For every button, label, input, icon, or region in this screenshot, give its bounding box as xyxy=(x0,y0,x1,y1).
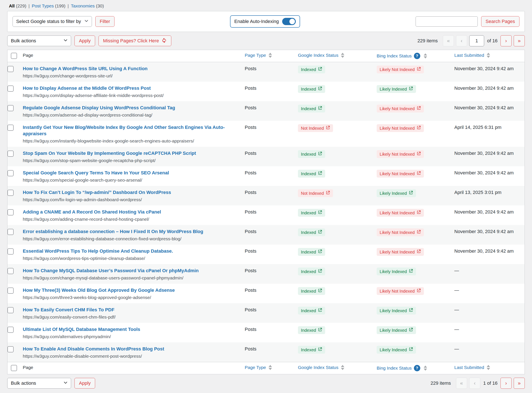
first-page-button[interactable]: « xyxy=(443,35,454,46)
auto-indexing-toggle-pill[interactable]: Enable Auto-Indexing xyxy=(230,15,300,28)
row-title-link[interactable]: How My Three(3) Weeks Old Blog Got Appro… xyxy=(23,288,175,293)
row-title-link[interactable]: Adding a CNAME and A Record On Shared Ho… xyxy=(23,209,161,215)
row-checkbox[interactable] xyxy=(7,66,14,72)
select-all-checkbox[interactable] xyxy=(11,53,17,59)
row-title-link[interactable]: How to Display Adsense at the Middle Of … xyxy=(23,85,151,91)
prev-page-button[interactable]: ‹ xyxy=(469,378,480,389)
bing-status-badge[interactable]: Likely Indexed xyxy=(377,189,416,197)
row-title-link[interactable]: Stop Spam On Your Website By Implementin… xyxy=(23,151,196,156)
google-status-badge[interactable]: Indexed xyxy=(298,150,325,158)
bing-status-label: Likely Not Indexed xyxy=(380,250,415,255)
bing-status-badge[interactable]: Likely Not Indexed xyxy=(377,150,424,158)
next-page-button[interactable]: › xyxy=(501,378,512,389)
bing-status-badge[interactable]: Likely Not Indexed xyxy=(377,65,424,73)
bing-status-badge[interactable]: Likely Not Indexed xyxy=(377,228,424,236)
bing-status-badge[interactable]: Likely Indexed xyxy=(377,346,416,354)
bing-status-badge[interactable]: Likely Indexed xyxy=(377,268,416,275)
current-page-input[interactable] xyxy=(469,35,484,46)
bing-status-badge[interactable]: Likely Indexed xyxy=(377,326,416,334)
google-status-badge[interactable]: Indexed xyxy=(298,209,325,217)
column-header-page-type[interactable]: Page Type xyxy=(245,365,272,370)
select-all-checkbox[interactable] xyxy=(11,365,17,371)
google-status-badge[interactable]: Not Indexed xyxy=(298,189,333,197)
google-status-badge[interactable]: Not Indexed xyxy=(298,124,333,132)
row-title-link[interactable]: How To Enable And Disable Comments In Wo… xyxy=(23,346,164,352)
bing-status-badge[interactable]: Likely Indexed xyxy=(377,307,416,314)
google-status-badge[interactable]: Indexed xyxy=(298,85,325,93)
toggle-on-icon[interactable] xyxy=(282,18,296,25)
row-title-link[interactable]: How To Change MySQL Database User’s Pass… xyxy=(23,268,199,273)
column-header-bing-status[interactable]: Bing Index Status ? xyxy=(377,53,427,59)
search-input[interactable] xyxy=(416,16,478,27)
filter-button[interactable]: Filter xyxy=(95,16,115,27)
bing-status-badge[interactable]: Likely Not Indexed xyxy=(377,170,424,177)
google-status-badge[interactable]: Indexed xyxy=(298,65,325,73)
row-title-link[interactable]: Special Google Search Query Terms To Hav… xyxy=(23,170,169,176)
next-page-button[interactable]: › xyxy=(501,35,512,46)
help-icon[interactable]: ? xyxy=(414,365,420,371)
bing-status-label: Likely Not Indexed xyxy=(380,171,415,176)
row-title-link[interactable]: Ultimate List Of MySQL Database Manageme… xyxy=(23,327,140,332)
first-page-button[interactable]: « xyxy=(456,378,467,389)
bing-status-badge[interactable]: Likely Not Indexed xyxy=(377,248,424,256)
column-header-google-status[interactable]: Google Index Status xyxy=(298,53,344,58)
bing-status-badge[interactable]: Likely Not Indexed xyxy=(377,209,424,217)
column-header-page-type[interactable]: Page Type xyxy=(245,53,272,58)
row-checkbox[interactable] xyxy=(7,229,14,235)
row-checkbox[interactable] xyxy=(7,248,14,255)
bing-status-badge[interactable]: Likely Indexed xyxy=(377,85,416,93)
apply-button[interactable]: Apply xyxy=(75,35,95,46)
google-status-badge[interactable]: Indexed xyxy=(298,326,325,334)
google-status-badge[interactable]: Indexed xyxy=(298,346,325,354)
bulk-actions-select[interactable]: Bulk actions xyxy=(7,378,71,388)
items-count: 229 items xyxy=(431,380,451,386)
row-title-link[interactable]: Error establishing a database connection… xyxy=(23,229,203,234)
google-status-badge[interactable]: Indexed xyxy=(298,170,325,177)
row-title-link[interactable]: How To Fix Can’t Login To “/wp-admin/” D… xyxy=(23,190,171,195)
help-icon[interactable]: ? xyxy=(414,53,420,59)
view-filter-all[interactable]: All (229) xyxy=(9,3,26,9)
last-page-button[interactable]: » xyxy=(514,35,525,46)
row-checkbox[interactable] xyxy=(7,346,14,352)
bulk-actions-select[interactable]: Bulk actions xyxy=(7,35,71,46)
row-checkbox[interactable] xyxy=(7,85,14,92)
row-title-link[interactable]: How To Easily Convert CHM Files To PDF xyxy=(23,307,114,312)
prev-page-button[interactable]: ‹ xyxy=(456,35,467,46)
google-status-badge[interactable]: Indexed xyxy=(298,287,325,295)
missing-pages-button[interactable]: Missing Pages? Click Here xyxy=(99,35,171,46)
row-checkbox[interactable] xyxy=(7,327,14,333)
column-header-bing-status[interactable]: Bing Index Status ? xyxy=(377,365,427,371)
row-checkbox[interactable] xyxy=(7,268,14,274)
google-status-badge[interactable]: Indexed xyxy=(298,248,325,256)
column-header-google-status[interactable]: Google Index Status xyxy=(298,365,344,370)
google-status-badge[interactable]: Indexed xyxy=(298,228,325,236)
bing-status-badge[interactable]: Likely Not Indexed xyxy=(377,124,424,132)
google-status-label: Not Indexed xyxy=(301,126,324,131)
row-checkbox[interactable] xyxy=(7,105,14,111)
row-title-link[interactable]: Instantly Get Your New Blog/Website Inde… xyxy=(23,125,225,136)
view-filter-post-types[interactable]: Post Types (199) xyxy=(32,3,65,9)
row-checkbox[interactable] xyxy=(7,307,14,313)
last-page-button[interactable]: » xyxy=(514,378,525,389)
bing-status-badge[interactable]: Likely Not Indexed xyxy=(377,105,424,113)
row-title-link[interactable]: How to Change A WordPress Site URL Using… xyxy=(23,66,148,71)
column-header-last-submitted[interactable]: Last Submitted xyxy=(454,53,490,58)
row-checkbox[interactable] xyxy=(7,125,14,131)
row-checkbox[interactable] xyxy=(7,170,14,176)
row-checkbox[interactable] xyxy=(7,288,14,294)
row-checkbox[interactable] xyxy=(7,209,14,216)
view-filter-taxonomies[interactable]: Taxonomies (30) xyxy=(71,3,104,9)
column-header-last-submitted[interactable]: Last Submitted xyxy=(454,365,490,370)
row-title-link[interactable]: Regulate Google Adsense Display Using Wo… xyxy=(23,105,175,110)
row-checkbox[interactable] xyxy=(7,151,14,157)
google-status-badge[interactable]: Indexed xyxy=(298,307,325,314)
row-checkbox[interactable] xyxy=(7,190,14,196)
google-status-badge[interactable]: Indexed xyxy=(298,105,325,113)
bing-status-badge[interactable]: Likely Not Indexed xyxy=(377,287,424,295)
external-link-icon xyxy=(417,171,421,176)
google-status-filter-select[interactable]: Select Google status to filter by xyxy=(13,16,92,27)
row-title-link[interactable]: Essential WordPress Tips To Help Optimis… xyxy=(23,248,173,254)
apply-button[interactable]: Apply xyxy=(75,378,95,388)
search-pages-button[interactable]: Search Pages xyxy=(481,16,519,27)
google-status-badge[interactable]: Indexed xyxy=(298,268,325,275)
